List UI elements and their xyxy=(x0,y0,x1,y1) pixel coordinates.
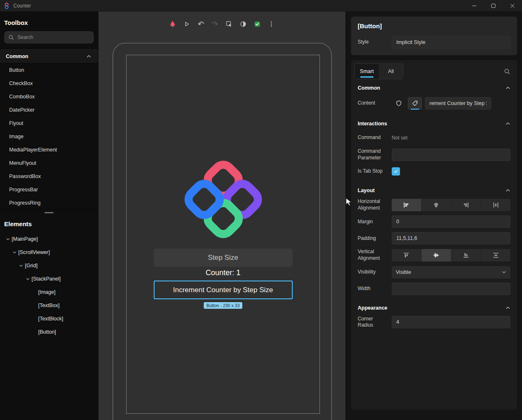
padding-input[interactable] xyxy=(392,232,510,244)
device-frame: Step Size Counter: 1 Increment Counter b… xyxy=(112,43,332,420)
selected-element-title: [Button] xyxy=(358,22,510,29)
chevron-down-icon[interactable] xyxy=(24,277,32,281)
margin-input[interactable] xyxy=(392,215,510,228)
horizontal-alignment-group xyxy=(392,199,510,211)
section-interactions-header[interactable]: Interactions xyxy=(351,115,517,132)
properties-header-card: [Button] Style xyxy=(351,17,517,55)
tree-item-stackpanel[interactable]: [StackPanel] xyxy=(0,272,98,286)
is-tab-stop-checkbox[interactable] xyxy=(392,167,400,176)
vertical-alignment-label: Vertical Alignment xyxy=(358,249,392,261)
chevron-down-icon[interactable] xyxy=(11,250,18,254)
tag-icon[interactable] xyxy=(408,97,422,110)
toolbox-item-combobox[interactable]: ComboBox xyxy=(0,90,98,103)
toolbox-section-common[interactable]: Common xyxy=(0,49,98,63)
maximize-button[interactable] xyxy=(484,0,503,11)
toolbox-item-image[interactable]: Image xyxy=(0,130,98,143)
align-center-vertical-icon[interactable] xyxy=(421,249,451,261)
tree-item-image[interactable]: [Image] xyxy=(0,286,98,299)
design-canvas: ↶ ↷ xyxy=(98,12,346,420)
tab-all[interactable]: All xyxy=(379,64,403,79)
tab-smart[interactable]: Smart xyxy=(355,64,379,79)
search-input[interactable] xyxy=(17,34,90,40)
tree-item-button[interactable]: [Button] xyxy=(0,325,98,339)
content-label: Content xyxy=(358,100,392,107)
align-left-icon[interactable] xyxy=(392,199,421,211)
toolbox-item-progressring[interactable]: ProgressRing xyxy=(0,196,98,210)
vertical-alignment-group xyxy=(392,249,510,261)
width-input[interactable] xyxy=(392,283,510,295)
toolbox-item-datepicker[interactable]: DatePicker xyxy=(0,103,98,117)
window-controls xyxy=(465,0,522,11)
align-right-icon[interactable] xyxy=(451,199,481,211)
increment-button[interactable]: Increment Counter by Step Size xyxy=(154,281,293,299)
toolbox-item-list: Button CheckBox ComboBox DatePicker Flyo… xyxy=(0,63,98,210)
corner-radius-label: Corner Radius xyxy=(358,316,392,329)
style-input[interactable] xyxy=(392,36,510,49)
undo-icon[interactable]: ↶ xyxy=(195,18,207,30)
align-center-horizontal-icon[interactable] xyxy=(421,199,451,211)
command-parameter-input[interactable] xyxy=(392,149,510,161)
elements-title: Elements xyxy=(0,215,98,232)
align-stretch-horizontal-icon[interactable] xyxy=(481,199,510,211)
corner-radius-input[interactable] xyxy=(392,316,510,328)
tree-item-mainpage[interactable]: [MainPage] xyxy=(0,232,98,246)
section-layout-header[interactable]: Layout xyxy=(351,182,517,198)
tree-item-textblock[interactable]: [TextBlock] xyxy=(0,312,98,325)
device-screen: Step Size Counter: 1 Increment Counter b… xyxy=(126,55,320,414)
minimize-button[interactable] xyxy=(465,0,484,11)
visibility-label: Visibility xyxy=(358,269,392,276)
selection-size-badge: Button - 230 x 33 xyxy=(204,302,243,309)
properties-search-icon[interactable] xyxy=(504,68,510,75)
binding-icon[interactable] xyxy=(392,97,406,110)
visibility-select[interactable]: Visible xyxy=(392,266,510,278)
command-value: Not set xyxy=(392,135,407,141)
toolbox-search[interactable] xyxy=(4,31,94,44)
uno-platform-logo xyxy=(178,155,268,244)
command-parameter-label: Command Parameter xyxy=(358,148,392,161)
step-size-textbox[interactable]: Step Size xyxy=(154,249,293,267)
toolbox-item-checkbox[interactable]: CheckBox xyxy=(0,77,98,90)
align-bottom-icon[interactable] xyxy=(451,249,481,261)
toolbox-item-progressbar[interactable]: ProgressBar xyxy=(0,183,98,196)
close-button[interactable] xyxy=(503,0,522,11)
command-label: Command xyxy=(358,134,392,141)
is-tab-stop-label: Is Tab Stop xyxy=(358,168,392,175)
toolbox-section-label: Common xyxy=(6,54,28,59)
section-common-header[interactable]: Common xyxy=(351,79,517,96)
chevron-down-icon[interactable] xyxy=(17,264,25,268)
toolbox-item-passwordbox[interactable]: PasswordBox xyxy=(0,170,98,183)
elements-tree: [MainPage] [ScrollViewer] [Grid] [StackP… xyxy=(0,232,98,339)
padding-label: Padding xyxy=(358,235,392,242)
toolbox-item-flyout[interactable]: Flyout xyxy=(0,117,98,130)
status-ok-icon[interactable] xyxy=(251,18,263,30)
toolbox-item-mediaplayerelement[interactable]: MediaPlayerElement xyxy=(0,143,98,156)
align-top-icon[interactable] xyxy=(392,249,421,261)
align-stretch-vertical-icon[interactable] xyxy=(481,249,510,261)
play-icon[interactable] xyxy=(181,18,193,30)
chevron-up-icon xyxy=(505,121,510,126)
inspect-element-icon[interactable] xyxy=(223,18,235,30)
titlebar: Counter xyxy=(0,0,522,12)
chevron-down-icon[interactable] xyxy=(4,237,12,241)
toolbox-item-menuflyout[interactable]: MenuFlyout xyxy=(0,156,98,170)
tree-item-grid[interactable]: [Grid] xyxy=(0,259,98,272)
counter-textblock: Counter: 1 xyxy=(127,269,320,277)
chevron-up-icon xyxy=(505,85,510,90)
canvas-toolbar: ↶ ↷ xyxy=(167,18,277,30)
tree-item-scrollviewer[interactable]: [ScrollViewer] xyxy=(0,246,98,259)
chevron-down-icon xyxy=(502,270,506,274)
chevron-up-icon xyxy=(505,305,510,310)
theme-toggle-icon[interactable] xyxy=(237,18,249,30)
margin-label: Margin xyxy=(358,219,392,225)
more-menu-icon[interactable] xyxy=(266,18,277,30)
hot-reload-flame-icon[interactable] xyxy=(167,18,178,30)
chevron-up-icon xyxy=(505,188,510,193)
toolbox-item-button[interactable]: Button xyxy=(0,63,98,77)
app-window: Counter Toolbox Common xyxy=(0,0,522,420)
tree-item-textbox[interactable]: [TextBox] xyxy=(0,299,98,312)
content-input[interactable] xyxy=(425,97,491,110)
window-title: Counter xyxy=(13,3,31,9)
redo-icon[interactable]: ↷ xyxy=(209,18,221,30)
section-appearance-header[interactable]: Appearance xyxy=(351,299,517,316)
panel-splitter[interactable] xyxy=(0,210,98,215)
